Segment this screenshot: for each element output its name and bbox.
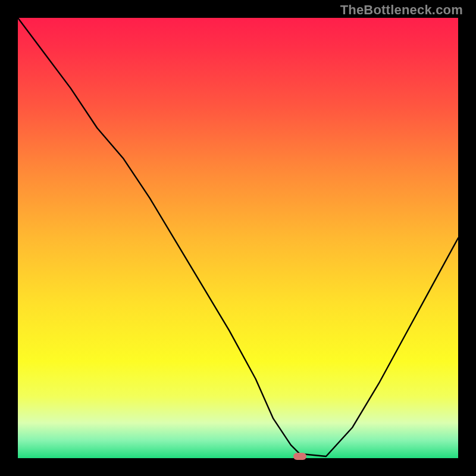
bottleneck-curve — [18, 18, 458, 458]
curve-path — [18, 18, 458, 456]
chart-frame: TheBottleneck.com — [0, 0, 476, 476]
optimal-marker — [293, 453, 306, 460]
watermark-text: TheBottleneck.com — [340, 2, 463, 18]
plot-area — [18, 18, 458, 458]
